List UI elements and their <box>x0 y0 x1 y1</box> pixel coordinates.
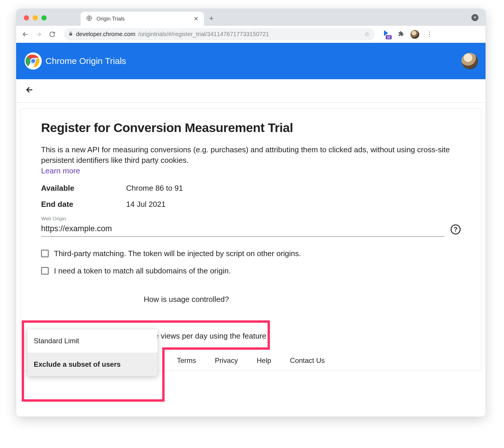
lock-icon <box>68 31 73 37</box>
third-party-checkbox[interactable] <box>41 250 49 257</box>
app-header: Chrome Origin Trials <box>16 43 486 79</box>
new-tab-button[interactable]: + <box>209 14 214 23</box>
tab-strip: Origin Trials ✕ + <box>16 9 486 26</box>
browser-window: Origin Trials ✕ + developer.chrome.com/o… <box>16 9 486 417</box>
web-origin-input[interactable] <box>41 222 445 237</box>
annotation-highlight <box>163 347 270 350</box>
extension-lighthouse-icon[interactable]: 32 <box>382 30 391 39</box>
extension-badge: 32 <box>386 35 392 39</box>
third-party-checkbox-label: Third-party matching. The token will be … <box>54 249 301 258</box>
footer-help-link[interactable]: Help <box>257 356 271 365</box>
page-title: Register for Conversion Measurement Tria… <box>41 121 461 135</box>
end-date-label: End date <box>41 200 126 209</box>
available-row: Available Chrome 86 to 91 <box>41 184 461 193</box>
learn-more-link[interactable]: Learn more <box>41 166 80 175</box>
end-date-row: End date 14 Jul 2021 <box>41 200 461 209</box>
globe-icon <box>86 15 92 23</box>
expected-usage-text: age views per day using the feature <box>146 332 266 340</box>
user-avatar[interactable] <box>461 53 478 69</box>
subdomains-checkbox-row: I need a token to match all subdomains o… <box>41 266 461 275</box>
web-origin-label: Web Origin <box>41 216 461 222</box>
app-title: Chrome Origin Trials <box>45 56 126 66</box>
url-path: /origintrials/#/register_trial/341147671… <box>138 31 269 38</box>
help-icon[interactable]: ? <box>451 224 461 234</box>
web-origin-field: Web Origin ? <box>41 216 461 237</box>
page-sub-bar <box>16 79 486 103</box>
close-window-button[interactable] <box>24 15 29 21</box>
back-button[interactable] <box>20 29 30 39</box>
tab-title: Origin Trials <box>97 16 190 22</box>
forward-button[interactable] <box>34 29 44 39</box>
address-bar[interactable]: developer.chrome.com/origintrials/#/regi… <box>64 28 375 40</box>
available-label: Available <box>41 184 126 193</box>
footer-contact-link[interactable]: Contact Us <box>290 356 325 365</box>
available-value: Chrome 86 to 91 <box>126 184 183 193</box>
subdomains-checkbox-label: I need a token to match all subdomains o… <box>54 266 231 275</box>
third-party-checkbox-row: Third-party matching. The token will be … <box>41 249 461 258</box>
footer-privacy-link[interactable]: Privacy <box>215 356 238 365</box>
chrome-logo-icon <box>24 52 43 70</box>
close-tab-button[interactable]: ✕ <box>194 15 199 22</box>
bookmark-star-icon[interactable]: ☆ <box>364 31 370 38</box>
subdomains-checkbox[interactable] <box>41 267 49 275</box>
usage-restriction-dropdown: Standard Limit Exclude a subset of users <box>27 329 158 376</box>
minimize-window-button[interactable] <box>33 15 38 21</box>
dropdown-option-exclude[interactable]: Exclude a subset of users <box>27 353 158 376</box>
extensions-button[interactable] <box>398 31 404 38</box>
profile-avatar[interactable] <box>410 30 419 39</box>
maximize-window-button[interactable] <box>41 15 47 21</box>
url-host: developer.chrome.com <box>76 31 135 38</box>
usage-question-text: How is usage controlled? <box>144 295 461 304</box>
browser-toolbar: developer.chrome.com/origintrials/#/regi… <box>16 26 486 43</box>
page-back-button[interactable] <box>22 82 37 99</box>
reload-button[interactable] <box>47 29 57 39</box>
window-controls <box>24 15 47 21</box>
footer-terms-link[interactable]: Terms <box>177 356 196 365</box>
dropdown-option-standard[interactable]: Standard Limit <box>27 329 158 353</box>
end-date-value: 14 Jul 2021 <box>126 200 165 209</box>
chrome-menu-button[interactable]: ⋮ <box>426 31 432 38</box>
tab-overflow-button[interactable] <box>471 14 478 21</box>
page-description: This is a new API for measuring conversi… <box>41 144 461 166</box>
browser-tab[interactable]: Origin Trials ✕ <box>81 12 204 26</box>
